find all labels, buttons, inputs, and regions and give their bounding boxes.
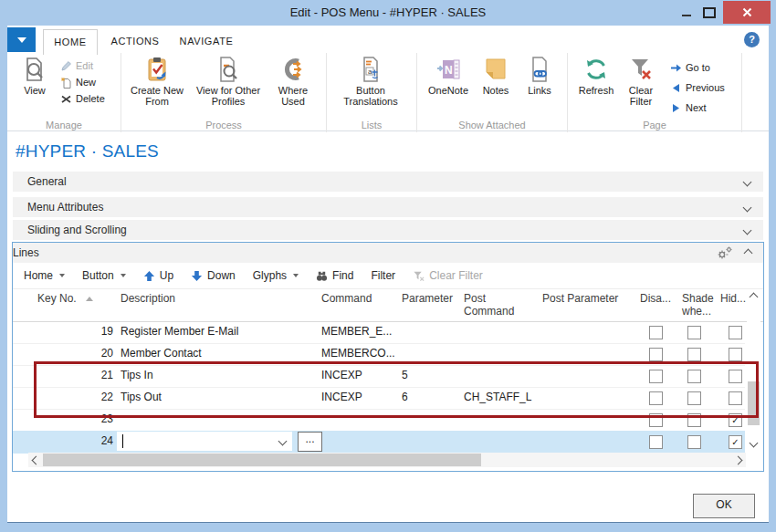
application-menu-button[interactable] [7, 27, 36, 52]
refresh-button[interactable]: Refresh [575, 56, 617, 96]
toolbar-up-button[interactable]: Up [143, 269, 173, 282]
links-icon [526, 56, 553, 83]
cell-key-no: 19 [28, 321, 113, 342]
checkbox-shade-when[interactable] [687, 413, 701, 427]
edit-label: Edit [76, 60, 93, 71]
checkbox-disabled[interactable] [649, 391, 663, 405]
view-button[interactable]: View [15, 56, 55, 96]
minimize-button[interactable] [676, 1, 697, 24]
toolbar-clear-filter-label: Clear Filter [429, 269, 483, 282]
table-row-23[interactable]: 23 ✓ [13, 409, 745, 432]
scroll-up-icon[interactable] [750, 293, 759, 302]
window-content: HOME ACTIONS NAVIGATE ? View Edit [7, 26, 769, 522]
checkbox-hidden[interactable]: ✓ [729, 413, 742, 427]
table-header: Key No. Description Command Parameter Po… [13, 288, 763, 322]
toolbar-filter-button[interactable]: Filter [371, 269, 395, 282]
horizontal-scrollbar[interactable] [28, 453, 746, 467]
table-row-21[interactable]: 21 Tips In INCEXP 5 [13, 365, 745, 388]
next-button[interactable]: Next [670, 98, 725, 118]
toolbar-button-label: Button [82, 269, 114, 282]
links-button[interactable]: Links [519, 56, 560, 96]
view-for-other-profiles-button[interactable]: View for Other Profiles [189, 56, 267, 107]
delete-label: Delete [76, 93, 105, 104]
notes-button[interactable]: Notes [476, 56, 516, 96]
column-header-disabled[interactable]: Disa... [640, 292, 680, 305]
create-new-from-button[interactable]: Create New From [129, 56, 185, 107]
horizontal-scrollbar-thumb[interactable] [43, 454, 481, 466]
checkbox-disabled[interactable] [649, 348, 663, 361]
scroll-left-icon[interactable] [32, 456, 41, 465]
column-header-shade-when[interactable]: Shadewhe... [682, 292, 718, 318]
chevron-down-icon[interactable] [278, 437, 288, 446]
tab-home[interactable]: HOME [43, 29, 98, 55]
toolbar-down-button[interactable]: Down [191, 269, 236, 282]
button-translations-button[interactable]: a Button Translations [334, 56, 407, 107]
onenote-icon: N [435, 56, 462, 83]
table-row-19[interactable]: 19 Register Member E-Mail MEMBER_E... [13, 321, 745, 344]
table-row-24-selected[interactable]: 24 ... ✓ [13, 431, 745, 454]
description-edit-cell[interactable] [117, 432, 292, 451]
column-header-command[interactable]: Command [321, 292, 398, 305]
page-title: #HYPER · SALES [16, 141, 159, 162]
table-row-20[interactable]: 20 Member Contact MEMBERCO... [13, 343, 745, 366]
checkbox-shade-when[interactable] [687, 326, 701, 339]
button-translations-icon: a [357, 56, 384, 83]
ribbon-group-process: Create New From View for Other Profiles … [121, 53, 327, 132]
checkbox-disabled[interactable] [649, 435, 663, 449]
view-for-other-profiles-label: View for Other Profiles [189, 85, 267, 107]
section-lines-header[interactable]: Lines [13, 243, 763, 263]
section-general[interactable]: General [13, 172, 763, 192]
ok-button[interactable]: OK [693, 494, 755, 518]
checkbox-disabled[interactable] [649, 370, 663, 383]
checkbox-shade-when[interactable] [687, 435, 701, 449]
go-to-button[interactable]: Go to [670, 57, 725, 78]
toolbar-home-menu[interactable]: Home [24, 269, 65, 282]
previous-label: Previous [686, 82, 725, 93]
section-menu-attributes[interactable]: Menu Attributes [13, 197, 763, 217]
table-row-22[interactable]: 22 Tips Out INCEXP 6 CH_STAFF_L [13, 387, 745, 410]
help-button[interactable]: ? [744, 32, 760, 47]
checkbox-shade-when[interactable] [687, 391, 701, 405]
checkbox-shade-when[interactable] [687, 348, 701, 361]
vertical-scrollbar-thumb[interactable] [748, 381, 760, 425]
clear-filter-button[interactable]: Clear Filter [621, 56, 661, 107]
delete-button[interactable]: Delete [60, 90, 105, 107]
previous-button[interactable]: Previous [670, 78, 725, 98]
new-button[interactable]: New [60, 74, 105, 90]
assist-edit-button[interactable]: ... [298, 432, 322, 452]
toolbar-clear-filter-button[interactable]: Clear Filter [413, 269, 483, 282]
vertical-scrollbar[interactable] [747, 290, 760, 453]
checkbox-hidden[interactable]: ✓ [729, 435, 742, 449]
column-header-parameter[interactable]: Parameter [402, 292, 458, 305]
scroll-right-icon[interactable] [734, 456, 743, 465]
close-button[interactable] [723, 1, 771, 24]
cell-command: MEMBERCO... [321, 343, 398, 364]
column-header-key-no[interactable]: Key No. [37, 292, 93, 305]
toolbar-find-button[interactable]: Find [316, 269, 353, 282]
checkbox-hidden[interactable] [729, 391, 742, 405]
section-menu-attributes-label: Menu Attributes [13, 201, 103, 214]
checkbox-shade-when[interactable] [687, 370, 701, 383]
column-header-description[interactable]: Description [121, 292, 314, 305]
onenote-button[interactable]: N OneNote [425, 56, 472, 96]
section-sliding-and-scrolling[interactable]: Sliding and Scrolling [13, 220, 763, 240]
where-used-button[interactable]: Where Used [271, 56, 315, 107]
checkbox-hidden[interactable] [729, 326, 742, 339]
chevron-down-icon [121, 274, 126, 277]
tab-actions[interactable]: ACTIONS [106, 29, 164, 53]
checkbox-hidden[interactable] [729, 348, 742, 361]
chevron-down-icon [59, 274, 65, 277]
tab-navigate[interactable]: NAVIGATE [174, 29, 238, 53]
scroll-down-icon[interactable] [750, 439, 759, 448]
where-used-icon [279, 56, 307, 83]
column-header-post-command[interactable]: PostCommand [464, 292, 539, 318]
toolbar-glyphs-menu[interactable]: Glyphs [253, 269, 299, 282]
checkbox-disabled[interactable] [649, 413, 663, 427]
customize-sprocket-icon[interactable] [716, 245, 734, 260]
edit-button[interactable]: Edit [60, 57, 105, 74]
toolbar-button-menu[interactable]: Button [82, 269, 126, 282]
checkbox-hidden[interactable] [729, 370, 742, 383]
checkbox-disabled[interactable] [649, 326, 663, 339]
column-header-post-parameter[interactable]: Post Parameter [542, 292, 634, 305]
maximize-button[interactable] [699, 1, 719, 24]
